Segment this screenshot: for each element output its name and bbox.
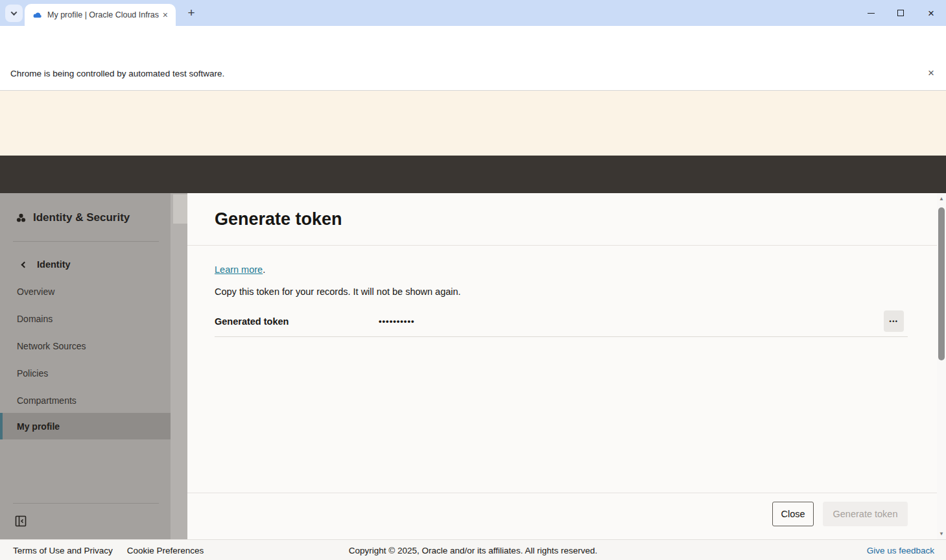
page-scrollbar[interactable]: ▲ ▼ — [937, 193, 946, 539]
minimize-icon — [868, 13, 875, 14]
window-close-button[interactable]: × — [917, 0, 945, 26]
learn-more-line: Learn more. — [215, 264, 265, 275]
browser-window: My profile | Oracle Cloud Infras × + × c… — [0, 0, 946, 560]
page-footer: Terms of Use and Privacy Cookie Preferen… — [0, 539, 946, 560]
close-icon: × — [928, 8, 934, 19]
scrollbar-thumb[interactable] — [938, 207, 945, 360]
sidebar-item-overview[interactable]: Overview — [0, 282, 171, 301]
divider — [187, 245, 937, 246]
browser-titlebar: My profile | Oracle Cloud Infras × + × — [0, 0, 946, 26]
identity-security-icon — [16, 213, 27, 224]
automation-notice-close-icon[interactable]: × — [928, 67, 934, 80]
divider — [13, 241, 159, 242]
sidebar-item-compartments[interactable]: Compartments — [0, 391, 171, 410]
dimmed-page-overlay — [171, 193, 187, 539]
sidebar-item-my-profile[interactable]: My profile — [0, 413, 171, 439]
navigation-sidebar: Identity & Security Identity Overview Do… — [0, 193, 171, 539]
sidebar-collapse-button[interactable] — [15, 515, 27, 530]
panel-title: Generate token — [215, 209, 342, 229]
content-area: Identity & Security Identity Overview Do… — [0, 193, 946, 539]
new-tab-button[interactable]: + — [183, 5, 199, 21]
divider — [13, 503, 159, 504]
dimmed-page-element — [173, 194, 187, 224]
divider — [215, 336, 908, 337]
cloud-favicon-icon — [32, 10, 42, 20]
window-minimize-button[interactable] — [857, 0, 884, 26]
learn-more-link[interactable]: Learn more — [215, 264, 263, 275]
chevron-down-icon — [11, 9, 18, 16]
free-tier-banner: ▲ Free Tier account You are in a Free Tr… — [0, 91, 946, 156]
ellipsis-icon: ••• — [890, 318, 899, 325]
generated-token-label: Generated token — [215, 316, 289, 327]
sidebar-item-policies[interactable]: Policies — [0, 364, 171, 383]
scroll-up-icon[interactable]: ▲ — [937, 196, 946, 202]
tab-title: My profile | Oracle Cloud Infras — [47, 10, 160, 19]
copyright-text: Copyright © 2025, Oracle and/or its affi… — [0, 540, 946, 560]
window-maximize-button[interactable] — [887, 0, 914, 26]
tab-close-icon[interactable]: × — [160, 10, 171, 19]
browser-toolbar: cloud.oracle.com/identity/domains/my-pro… — [0, 26, 946, 56]
generated-token-masked-value: •••••••••• — [379, 316, 415, 326]
tab-search-button[interactable] — [5, 5, 23, 22]
browser-tab[interactable]: My profile | Oracle Cloud Infras × — [25, 4, 176, 26]
oci-header: Cloud Germany Central (Frankfurt) — [0, 156, 946, 193]
panel-footer: Close Generate token — [187, 493, 937, 539]
close-button[interactable]: Close — [772, 502, 814, 526]
token-actions-button[interactable]: ••• — [884, 310, 904, 332]
sidebar-item-network-sources[interactable]: Network Sources — [0, 336, 171, 356]
feedback-link[interactable]: Give us feedback — [867, 540, 934, 560]
collapse-panel-icon — [15, 515, 27, 527]
automation-notice-bar: Chrome is being controlled by automated … — [0, 56, 946, 91]
generate-token-button[interactable]: Generate token — [823, 502, 908, 526]
generate-token-panel: Generate token Learn more. Copy this tok… — [187, 193, 937, 539]
automation-notice-text: Chrome is being controlled by automated … — [10, 68, 224, 78]
chevron-left-icon — [21, 261, 28, 268]
scroll-down-icon[interactable]: ▼ — [937, 531, 946, 537]
sidebar-item-domains[interactable]: Domains — [0, 309, 171, 329]
maximize-icon — [897, 10, 904, 16]
sidebar-title: Identity & Security — [33, 211, 130, 224]
sidebar-back-identity[interactable]: Identity — [22, 259, 71, 270]
token-description: Copy this token for your records. It wil… — [215, 286, 461, 297]
